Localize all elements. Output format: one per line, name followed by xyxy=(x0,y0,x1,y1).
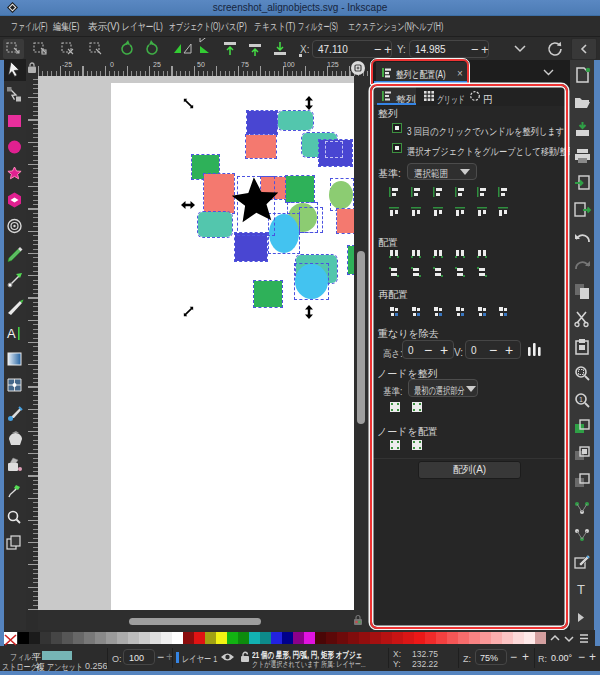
svg-text:1: 1 xyxy=(579,396,583,403)
svg-text:A: A xyxy=(7,326,16,341)
svg-text:T: T xyxy=(577,582,585,597)
